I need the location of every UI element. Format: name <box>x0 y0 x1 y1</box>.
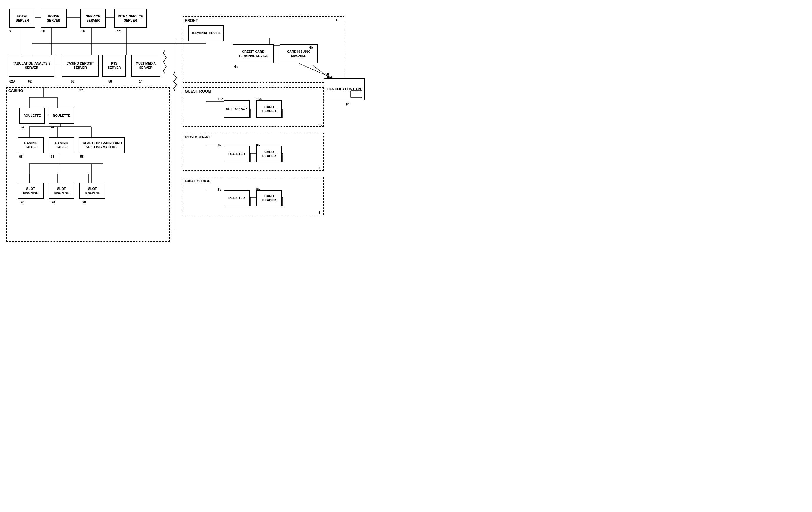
game-chip-box: GAME CHIP ISSUING AND SETTLING MACHINE <box>79 137 124 153</box>
roulette1-label: ROULETTE <box>23 114 40 117</box>
register-restaurant-label: REGISTER <box>229 152 245 156</box>
gaming-table2-label: GAMING TABLE <box>50 141 73 149</box>
roulette2-label: ROULETTE <box>53 114 70 117</box>
card-reader-guest-id: 16b <box>256 97 262 101</box>
service-server-id: 10 <box>81 29 85 33</box>
gaming-table1-id: 68 <box>19 155 23 158</box>
set-top-box-label: SET TOP BOX <box>226 107 248 111</box>
diagram: HOTEL SERVER 2 HOUSE SERVER 18 SERVICE S… <box>0 0 406 256</box>
slot1-box: SLOT MACHINE <box>18 183 44 199</box>
intra-service-server-label: INTRA-SERVICE SERVER <box>116 15 145 22</box>
set-top-box-id: 16a <box>218 97 223 101</box>
roulette2-id: 24 <box>51 125 54 129</box>
hotel-server-id: 2 <box>9 29 11 33</box>
casino-deposit-server-label: CASINO DEPOSIT SERVER <box>64 62 97 69</box>
register-restaurant-id: 6a <box>218 143 222 147</box>
slot2-box: SLOT MACHINE <box>49 183 75 199</box>
credit-card-terminal-box: CREDIT CARD TERMINAL DEVICE <box>233 44 274 63</box>
gaming-table1-box: GAMING TABLE <box>18 137 44 153</box>
hotel-server-box: HOTEL SERVER <box>9 9 35 28</box>
slot1-id: 70 <box>21 200 24 204</box>
pts-server-box: PTS SERVER <box>103 55 126 77</box>
identification-card-id: 20 <box>325 72 329 76</box>
identification-card-id2: 64 <box>346 103 349 106</box>
credit-card-terminal-id: 4a <box>234 65 238 69</box>
gaming-table2-box: GAMING TABLE <box>49 137 75 153</box>
register-restaurant-box: REGISTER <box>224 146 250 162</box>
house-server-label: HOUSE SERVER <box>42 15 65 22</box>
front-section-label: FRONT <box>185 18 198 23</box>
card-reader-guest-label: CARD READER <box>258 105 280 113</box>
register-bar-id: 8a <box>218 188 222 191</box>
guest-room-section-label: GUEST ROOM <box>185 89 211 93</box>
slot3-id: 70 <box>82 200 86 204</box>
game-chip-label: GAME CHIP ISSUING AND SETTLING MACHINE <box>81 141 123 149</box>
roulette1-box: ROULETTE <box>19 108 45 124</box>
tabulation-analysis-server-label: TABULATION-ANALYSIS SERVER <box>10 62 53 69</box>
tabulation-analysis-server-box: TABULATION-ANALYSIS SERVER <box>9 55 55 77</box>
front-section-id: 4 <box>336 18 338 22</box>
tabulation-analysis-id-62: 62 <box>28 80 31 83</box>
game-chip-id: 58 <box>80 155 84 158</box>
intra-service-server-box: INTRA-SERVICE SERVER <box>114 9 147 28</box>
hotel-server-label: HOTEL SERVER <box>11 15 34 22</box>
register-bar-box: REGISTER <box>224 190 250 206</box>
card-reader-guest-box: CARD READER <box>256 100 282 118</box>
house-server-box: HOUSE SERVER <box>40 9 66 28</box>
slot1-label: SLOT MACHINE <box>20 187 42 194</box>
gaming-table2-id: 68 <box>51 155 54 158</box>
house-server-id: 18 <box>41 29 45 33</box>
roulette1-id: 24 <box>21 125 24 129</box>
gaming-table1-label: GAMING TABLE <box>20 141 42 149</box>
identification-card-box: IDENTIFICATION CARD <box>324 78 365 100</box>
card-reader-restaurant-id: 6b <box>256 143 260 147</box>
slot3-label: SLOT MACHINE <box>81 187 104 194</box>
restaurant-section-label: RESTAURANT <box>185 135 211 139</box>
intra-service-server-id: 12 <box>117 29 121 33</box>
guest-room-id: 16 <box>318 123 321 127</box>
credit-card-terminal-label: CREDIT CARD TERMINAL DEVICE <box>234 50 272 57</box>
card-reader-bar-id: 8b <box>256 188 260 191</box>
casino-section-id: 22 <box>80 88 83 92</box>
casino-deposit-server-box: CASINO DEPOSIT SERVER <box>62 55 98 77</box>
multimedia-server-box: MULTIMEDIA SERVER <box>131 55 161 77</box>
terminal-device-label: TERMINAL DEVICE <box>192 31 221 35</box>
slot3-box: SLOT MACHINE <box>80 183 106 199</box>
casino-section-label: CASINO <box>8 88 23 93</box>
multimedia-server-id: 14 <box>139 80 143 83</box>
service-server-box: SERVICE SERVER <box>80 9 106 28</box>
register-bar-label: REGISTER <box>229 196 245 200</box>
svg-rect-45 <box>351 91 362 98</box>
slot2-id: 70 <box>52 200 55 204</box>
bar-lounge-id: 8 <box>319 211 320 214</box>
card-reader-restaurant-label: CARD READER <box>258 150 280 158</box>
multimedia-server-label: MULTIMEDIA SERVER <box>133 62 159 69</box>
service-server-label: SERVICE SERVER <box>82 15 104 22</box>
tabulation-analysis-id-62a: 62A <box>9 80 15 83</box>
card-issuing-machine-label: CARD ISSUING MACHINE <box>282 50 316 57</box>
card-reader-bar-box: CARD READER <box>256 190 282 206</box>
bar-lounge-section-label: BAR LOUNGE <box>185 179 210 183</box>
pts-server-label: PTS SERVER <box>104 62 124 69</box>
pts-server-id: 56 <box>108 80 112 83</box>
roulette2-box: ROULETTE <box>49 108 75 124</box>
card-reader-restaurant-box: CARD READER <box>256 146 282 162</box>
terminal-device-box: TERMINAL DEVICE <box>188 25 224 41</box>
card-issuing-machine-id: 4b <box>309 46 313 49</box>
set-top-box-box: SET TOP BOX <box>224 100 250 118</box>
restaurant-id: 6 <box>319 166 320 170</box>
slot2-label: SLOT MACHINE <box>50 187 73 194</box>
casino-deposit-id: 66 <box>71 80 74 83</box>
card-reader-bar-label: CARD READER <box>258 194 280 202</box>
card-icon <box>350 90 362 98</box>
